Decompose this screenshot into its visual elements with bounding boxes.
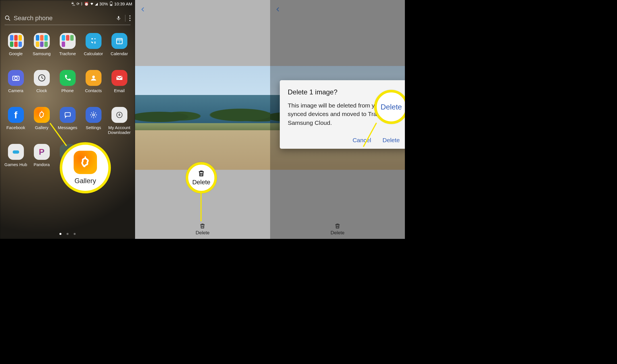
annotation-connector	[49, 123, 69, 148]
folder-icon	[60, 33, 76, 49]
annotation-gallery-callout: Gallery	[60, 142, 111, 193]
svg-text:7: 7	[118, 40, 120, 44]
bottom-toolbar: Delete	[135, 220, 270, 239]
search-placeholder: Search phone	[14, 15, 116, 22]
calendar-icon: 7	[111, 33, 127, 49]
status-bar: ⛍ ⟳ ᛒ ⏰ ◢ 30% 10:39 AM	[0, 0, 135, 7]
app-clock[interactable]: Clock	[29, 68, 55, 105]
photo-preview[interactable]	[135, 66, 270, 170]
app-settings[interactable]: Settings	[80, 105, 106, 142]
svg-rect-5	[118, 16, 119, 18]
bluetooth-icon: ᛒ	[81, 2, 83, 6]
battery-icon	[110, 1, 113, 6]
phone-icon	[60, 70, 76, 86]
divider	[125, 15, 125, 22]
page-dot[interactable]	[67, 233, 69, 235]
annotation-connector	[200, 193, 202, 221]
gallery-icon	[74, 151, 97, 174]
app-games-hub[interactable]: Games Hub	[3, 142, 29, 179]
app-label: Email	[114, 88, 125, 93]
app-label: Clock	[36, 88, 47, 93]
app-contacts[interactable]: Contacts	[80, 68, 106, 105]
svg-rect-1	[111, 1, 111, 2]
app-my-account-downloader[interactable]: My Account Downloader	[106, 105, 132, 142]
back-button[interactable]	[140, 5, 146, 14]
status-icons: ⛍ ⟳ ᛒ ⏰ ◢	[72, 2, 98, 6]
messages-icon	[60, 107, 76, 123]
app-phone[interactable]: Phone	[55, 68, 80, 105]
wifi-icon	[90, 2, 94, 6]
trash-icon	[198, 169, 205, 177]
download-icon	[111, 107, 127, 123]
trash-icon	[334, 223, 341, 229]
car-icon: ⛍	[72, 2, 75, 6]
svg-line-28	[363, 123, 376, 147]
svg-line-20	[42, 78, 43, 79]
app-camera[interactable]: Camera	[3, 68, 29, 105]
app-folder-google[interactable]: Google	[3, 31, 29, 68]
screen-gallery-photo: Delete Delete	[135, 0, 270, 239]
app-label: Calculator	[84, 51, 103, 56]
clock-icon	[34, 70, 50, 86]
page-indicator[interactable]	[0, 233, 135, 235]
screen-delete-dialog: Delete Delete 1 image? This image will b…	[270, 0, 405, 239]
pandora-icon: P	[34, 144, 50, 160]
svg-point-21	[92, 76, 95, 78]
annotation-label: Delete	[192, 179, 210, 186]
app-label: My Account Downloader	[107, 125, 132, 135]
trash-icon	[199, 223, 206, 229]
app-calendar[interactable]: 7 Calendar	[106, 31, 132, 68]
svg-line-4	[9, 19, 10, 20]
dialog-actions: Cancel Delete	[288, 137, 400, 144]
overflow-menu-icon[interactable]	[129, 15, 131, 21]
folder-icon	[8, 33, 24, 49]
signal-icon: ◢	[95, 2, 98, 6]
app-label: Facebook	[7, 125, 25, 130]
status-time: 10:39 AM	[114, 1, 132, 6]
svg-rect-26	[13, 150, 19, 154]
app-label: Settings	[86, 125, 101, 130]
annotation-label: Delete	[380, 103, 402, 111]
page-dot[interactable]	[59, 233, 61, 235]
svg-line-27	[50, 123, 67, 146]
delete-button[interactable]: Delete	[330, 223, 344, 236]
svg-line-10	[91, 42, 93, 43]
app-folder-tracfone[interactable]: Tracfone	[55, 31, 80, 68]
sync-icon: ⟳	[76, 2, 80, 6]
facebook-icon: f	[8, 107, 24, 123]
app-folder-samsung[interactable]: Samsung	[29, 31, 55, 68]
delete-label: Delete	[330, 230, 344, 236]
gear-icon	[86, 107, 102, 123]
mic-icon[interactable]	[116, 15, 121, 21]
app-label: Samsung	[33, 51, 51, 56]
app-label: Google	[9, 51, 22, 56]
page-dot[interactable]	[74, 233, 76, 235]
search-icon	[5, 15, 11, 21]
delete-button[interactable]: Delete	[196, 223, 210, 236]
svg-point-3	[5, 16, 9, 19]
app-label: Games Hub	[4, 162, 27, 167]
search-bar[interactable]: Search phone	[5, 11, 131, 25]
delete-label: Delete	[196, 230, 210, 236]
gallery-icon	[34, 107, 50, 123]
bottom-toolbar: Delete	[270, 220, 405, 239]
calculator-icon	[86, 33, 102, 49]
app-email[interactable]: Email	[106, 68, 132, 105]
annotation-label: Gallery	[74, 177, 96, 185]
photo-content	[135, 97, 270, 137]
app-label: Tracfone	[59, 51, 76, 56]
annotation-delete-confirm-callout: Delete	[374, 90, 405, 124]
svg-rect-23	[65, 113, 70, 116]
annotation-connector	[362, 122, 379, 148]
annotation-delete-callout: Delete	[186, 162, 217, 193]
folder-icon	[34, 33, 50, 49]
app-label: Pandora	[34, 162, 50, 167]
camera-icon	[8, 70, 24, 86]
app-label: Contacts	[85, 88, 102, 93]
confirm-delete-button[interactable]: Delete	[382, 137, 400, 144]
contacts-icon	[86, 70, 102, 86]
app-facebook[interactable]: f Facebook	[3, 105, 29, 142]
gamepad-icon	[8, 144, 24, 160]
app-label: Phone	[61, 88, 74, 93]
app-calculator[interactable]: Calculator	[80, 31, 106, 68]
